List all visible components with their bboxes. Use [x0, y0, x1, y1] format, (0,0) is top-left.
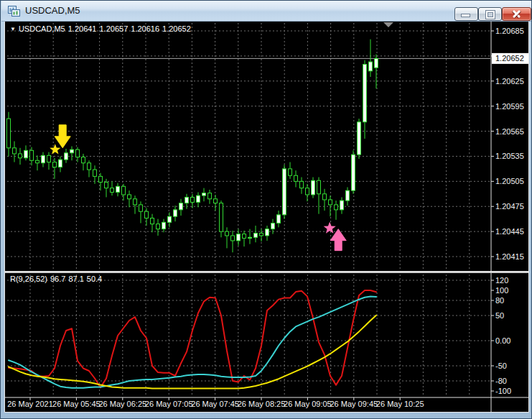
chart-client-area[interactable]	[4, 21, 529, 413]
indicator-value-1: 96.7	[50, 275, 65, 283]
indicator-header: R(9,26,52)96.787.150.4	[10, 275, 105, 283]
minimize-button[interactable]	[454, 7, 478, 21]
header-close: 1.20652	[162, 24, 191, 33]
panel-splitter[interactable]	[5, 271, 528, 273]
indicator-label: R(9,26,52)	[10, 275, 47, 283]
close-button[interactable]	[502, 7, 531, 21]
header-open: 1.20641	[68, 24, 97, 33]
titlebar[interactable]: USDCAD,M5	[1, 1, 532, 22]
chart-ohlc-header: ▼USDCAD,M51.206411.206571.206161.20652	[10, 24, 194, 33]
minimize-icon	[462, 14, 470, 17]
window-title: USDCAD,M5	[25, 1, 80, 21]
header-high: 1.20657	[99, 24, 128, 33]
chart-window: 1.206851.206551.206251.205951.205651.205…	[0, 0, 532, 419]
header-low: 1.20616	[131, 24, 159, 33]
symbol-dropdown-icon[interactable]: ▼	[10, 26, 16, 32]
indicator-value-3: 50.4	[87, 275, 102, 283]
maximize-icon	[486, 11, 495, 19]
app-icon[interactable]	[8, 5, 20, 17]
header-symbol: USDCAD,M5	[19, 24, 65, 33]
maximize-button[interactable]	[478, 7, 502, 21]
indicator-value-2: 87.1	[68, 275, 83, 283]
